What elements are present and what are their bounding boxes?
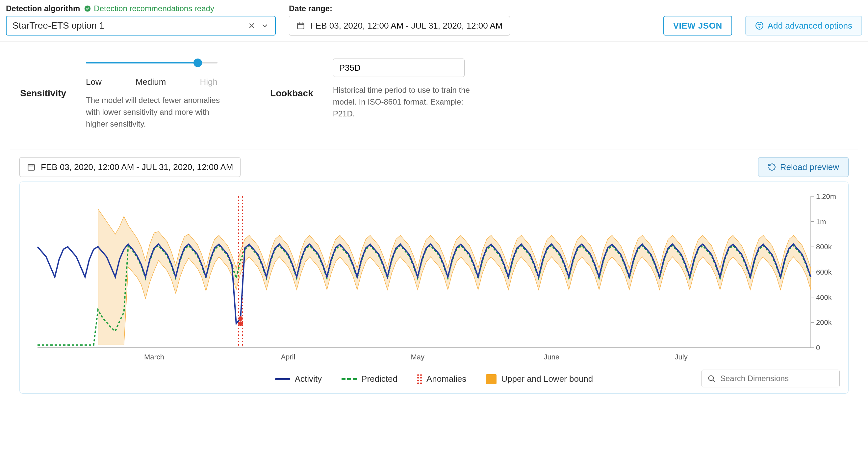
svg-text:July: July bbox=[675, 353, 688, 361]
lookback-title: Lookback bbox=[270, 59, 313, 130]
svg-text:1.20m: 1.20m bbox=[816, 192, 836, 201]
algorithm-select[interactable]: StarTree-ETS option 1 bbox=[6, 16, 276, 35]
svg-point-28 bbox=[238, 316, 243, 321]
sensitivity-group: Sensitivity Low Medium High The model wi… bbox=[20, 59, 224, 130]
date-range-field: Date range: FEB 03, 2020, 12:00 AM - JUL… bbox=[289, 4, 510, 35]
sensitivity-slider[interactable] bbox=[86, 59, 217, 67]
svg-text:May: May bbox=[411, 353, 425, 361]
clear-icon[interactable] bbox=[247, 21, 256, 30]
add-advanced-options-button[interactable]: Add advanced options bbox=[745, 16, 862, 35]
recommendation-status: Detection recommendations ready bbox=[84, 4, 214, 13]
search-dimensions-input[interactable] bbox=[720, 374, 834, 383]
algorithm-label-row: Detection algorithm Detection recommenda… bbox=[6, 4, 276, 13]
date-range-label: Date range: bbox=[289, 4, 510, 13]
date-range-picker[interactable]: FEB 03, 2020, 12:00 AM - JUL 31, 2020, 1… bbox=[289, 16, 510, 35]
reload-icon bbox=[768, 163, 776, 171]
config-panel: Sensitivity Low Medium High The model wi… bbox=[10, 42, 858, 406]
algorithm-label: Detection algorithm bbox=[6, 4, 80, 13]
config-row: Sensitivity Low Medium High The model wi… bbox=[10, 52, 858, 150]
svg-text:600k: 600k bbox=[816, 268, 832, 276]
svg-text:400k: 400k bbox=[816, 293, 832, 302]
svg-rect-3 bbox=[28, 164, 35, 170]
legend-predicted: Predicted bbox=[342, 374, 398, 384]
svg-point-27 bbox=[238, 321, 243, 326]
svg-text:800k: 800k bbox=[816, 243, 832, 251]
chevron-down-icon[interactable] bbox=[260, 21, 269, 30]
view-json-button[interactable]: VIEW JSON bbox=[663, 16, 732, 35]
sensitivity-help: The model will detect fewer anomalies wi… bbox=[86, 94, 224, 130]
search-dimensions[interactable] bbox=[702, 370, 840, 387]
legend-anomalies: Anomalies bbox=[417, 374, 466, 384]
preview-bar: FEB 03, 2020, 12:00 AM - JUL 31, 2020, 1… bbox=[10, 150, 858, 181]
check-circle-icon bbox=[84, 5, 91, 12]
top-bar: Detection algorithm Detection recommenda… bbox=[0, 0, 868, 42]
svg-text:1m: 1m bbox=[816, 218, 826, 226]
algorithm-field: Detection algorithm Detection recommenda… bbox=[6, 4, 276, 35]
legend-activity: Activity bbox=[275, 374, 322, 384]
date-range-value: FEB 03, 2020, 12:00 AM - JUL 31, 2020, 1… bbox=[310, 21, 502, 31]
preview-date-range[interactable]: FEB 03, 2020, 12:00 AM - JUL 31, 2020, 1… bbox=[20, 157, 241, 177]
svg-text:0: 0 bbox=[816, 344, 820, 352]
calendar-icon bbox=[297, 21, 305, 30]
lookback-group: Lookback Historical time period to use t… bbox=[270, 59, 471, 130]
lookback-input[interactable] bbox=[333, 59, 465, 77]
sensitivity-slider-labels: Low Medium High bbox=[86, 77, 217, 87]
preview-date-range-value: FEB 03, 2020, 12:00 AM - JUL 31, 2020, 1… bbox=[41, 162, 233, 172]
svg-rect-1 bbox=[298, 23, 304, 29]
svg-point-29 bbox=[708, 375, 713, 381]
filter-icon bbox=[755, 21, 764, 30]
chart-card: 0200k400k600k800k1m1.20mMarchAprilMayJun… bbox=[20, 181, 848, 394]
svg-text:March: March bbox=[144, 353, 164, 361]
sensitivity-title: Sensitivity bbox=[20, 59, 66, 130]
svg-text:200k: 200k bbox=[816, 318, 832, 327]
calendar-icon bbox=[27, 163, 35, 171]
legend-bound: Upper and Lower bound bbox=[486, 374, 593, 384]
timeseries-chart[interactable]: 0200k400k600k800k1m1.20mMarchAprilMayJun… bbox=[28, 190, 840, 367]
lookback-help: Historical time period to use to train t… bbox=[333, 84, 471, 120]
svg-text:April: April bbox=[281, 353, 295, 361]
algorithm-value: StarTree-ETS option 1 bbox=[12, 21, 104, 31]
reload-preview-button[interactable]: Reload preview bbox=[758, 157, 848, 177]
search-icon bbox=[707, 374, 716, 383]
svg-text:June: June bbox=[544, 353, 559, 361]
